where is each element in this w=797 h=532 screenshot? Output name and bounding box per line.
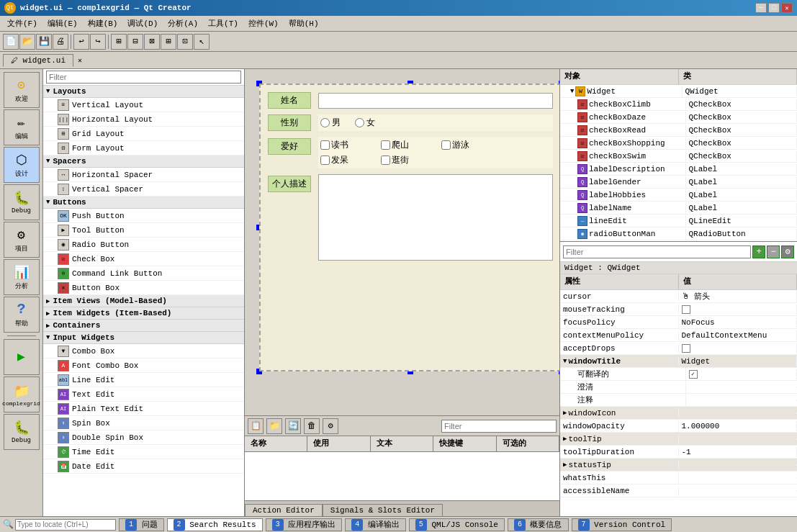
status-tab-issues[interactable]: 1 问题 xyxy=(119,518,164,531)
toolbar-align-right[interactable]: ⊠ xyxy=(144,34,160,50)
tooltip-expander[interactable]: ▶ xyxy=(563,435,567,443)
widget-horizontal-spacer[interactable]: ↔ Horizontal Spacer xyxy=(43,168,244,182)
widget-expander[interactable]: ▼ xyxy=(570,88,574,95)
prop-row-disambiguation[interactable]: 澄清 xyxy=(560,381,797,394)
maximize-button[interactable]: □ xyxy=(768,3,780,13)
prop-row-cursor[interactable]: cursor 🖱 箭头 xyxy=(560,290,797,303)
widget-line-edit[interactable]: abl Line Edit xyxy=(43,373,244,387)
widget-filter-input[interactable] xyxy=(46,71,241,84)
section-spacers[interactable]: ▼ Spacers xyxy=(43,155,244,168)
menu-tools[interactable]: 工具(T) xyxy=(204,17,243,30)
action-copy-btn[interactable]: 🔄 xyxy=(285,418,301,434)
windowtitle-expander[interactable]: ▼ xyxy=(563,358,567,365)
menu-widgets[interactable]: 控件(W) xyxy=(244,17,283,30)
menu-file[interactable]: 文件(F) xyxy=(3,17,42,30)
prop-row-translatable[interactable]: 可翻译的 ✓ xyxy=(560,368,797,381)
item-widgets-toggle[interactable]: ▶ xyxy=(46,310,50,317)
sidebar-run[interactable]: ▶ xyxy=(4,339,40,375)
sidebar-complexgrid[interactable]: 📁 complexgrid xyxy=(4,377,40,412)
obj-row-widget[interactable]: ▼ W Widget QWidget xyxy=(560,85,797,98)
tab-signals-slots[interactable]: Signals & Slots Editor xyxy=(323,504,443,516)
section-item-views[interactable]: ▶ Item Views (Model-Based) xyxy=(43,295,244,307)
acceptdrops-checkbox[interactable] xyxy=(682,344,690,353)
props-settings-btn[interactable]: ⚙ xyxy=(781,245,794,258)
section-buttons[interactable]: ▼ Buttons xyxy=(43,197,244,209)
buttons-toggle[interactable]: ▼ xyxy=(46,199,50,206)
action-edit-btn[interactable]: 📁 xyxy=(266,418,282,434)
radio-female-input[interactable] xyxy=(355,118,364,127)
widget-combo-box[interactable]: ▼ Combo Box xyxy=(43,344,244,359)
sidebar-debug2[interactable]: 🐛 Debug xyxy=(4,414,40,450)
props-minus-btn[interactable]: − xyxy=(767,245,780,258)
tab-widget-ui[interactable]: 🖊 widget.ui xyxy=(3,54,73,67)
menu-build[interactable]: 构建(B) xyxy=(84,17,122,30)
layouts-toggle[interactable]: ▼ xyxy=(46,88,50,95)
check-daze[interactable]: 发呆 xyxy=(320,154,378,166)
prop-row-tooltipduration[interactable]: toolTipDuration -1 xyxy=(560,446,797,459)
radio-female[interactable]: 女 xyxy=(355,117,375,129)
locate-input[interactable] xyxy=(15,519,116,531)
statustip-expander[interactable]: ▶ xyxy=(563,461,567,469)
toolbar-align-center[interactable]: ⊟ xyxy=(127,34,143,50)
sidebar-edit[interactable]: ✏ 编辑 xyxy=(4,109,40,145)
widget-double-spin-box[interactable]: ⬆ Double Spin Box xyxy=(43,430,244,445)
tab-action-editor[interactable]: Action Editor xyxy=(245,504,323,516)
tab-close-button[interactable]: ✕ xyxy=(75,56,85,65)
check-climb-input[interactable] xyxy=(381,140,390,150)
prop-row-mousetracking[interactable]: mouseTracking xyxy=(560,303,797,316)
prop-row-contextmenu[interactable]: contextMenuPolicy DefaultContextMenu xyxy=(560,329,797,342)
obj-row-labelgender[interactable]: Q labelGender QLabel xyxy=(560,176,797,189)
menu-analyze[interactable]: 分析(A) xyxy=(163,17,202,30)
windowicon-expander[interactable]: ▶ xyxy=(563,409,567,417)
widget-check-box[interactable]: ☑ Check Box xyxy=(43,252,244,266)
radio-male[interactable]: 男 xyxy=(320,117,341,129)
obj-row-labelhobbies[interactable]: Q labelHobbies QLabel xyxy=(560,189,797,202)
widget-form-layout[interactable]: ⊟ Form Layout xyxy=(43,141,244,155)
radio-male-input[interactable] xyxy=(320,118,330,127)
toolbar-new[interactable]: 📄 xyxy=(3,34,19,50)
obj-row-labeldescription[interactable]: Q labelDescription QLabel xyxy=(560,163,797,176)
action-delete-btn[interactable]: 🗑 xyxy=(304,418,320,434)
section-containers[interactable]: ▶ Containers xyxy=(43,320,244,332)
menu-help[interactable]: 帮助(H) xyxy=(284,17,323,30)
toolbar-redo[interactable]: ↪ xyxy=(90,34,106,50)
spacers-toggle[interactable]: ▼ xyxy=(46,158,50,165)
toolbar-grid2[interactable]: ⊡ xyxy=(177,34,193,50)
toolbar-align-left[interactable]: ⊞ xyxy=(111,34,127,50)
widget-spin-box[interactable]: ⬆ Spin Box xyxy=(43,416,244,430)
widget-horizontal-layout[interactable]: ||| Horizontal Layout xyxy=(43,112,244,127)
check-shopping[interactable]: 逛街 xyxy=(381,154,438,166)
menu-edit[interactable]: 编辑(E) xyxy=(43,17,82,30)
check-daze-input[interactable] xyxy=(320,155,330,165)
minimize-button[interactable]: — xyxy=(755,3,767,13)
obj-row-checkboxclimb[interactable]: ☑ checkBoxClimb QCheckBox xyxy=(560,98,797,111)
status-tab-summary[interactable]: 6 概要信息 xyxy=(508,518,569,531)
prop-row-tooltip[interactable]: ▶ toolTip xyxy=(560,433,797,446)
check-swim-input[interactable] xyxy=(441,140,451,150)
check-read[interactable]: 读书 xyxy=(320,139,378,151)
status-tab-compileoutput[interactable]: 4 编译输出 xyxy=(345,518,406,531)
prop-row-whatsthis[interactable]: whatsThis xyxy=(560,472,797,484)
check-swim[interactable]: 游泳 xyxy=(441,139,499,151)
section-item-widgets[interactable]: ▶ Item Widgets (Item-Based) xyxy=(43,307,244,320)
prop-row-acceptdrops[interactable]: acceptDrops xyxy=(560,342,797,355)
obj-row-checkboxread[interactable]: ☑ checkBoxRead QCheckBox xyxy=(560,124,797,137)
obj-row-labelname[interactable]: Q labelName QLabel xyxy=(560,202,797,215)
input-name[interactable] xyxy=(318,93,553,109)
status-tab-qmlconsole[interactable]: 5 QML/JS Console xyxy=(409,518,505,531)
toolbar-undo[interactable]: ↩ xyxy=(73,34,89,50)
item-views-toggle[interactable]: ▶ xyxy=(46,297,50,305)
input-widgets-toggle[interactable]: ▼ xyxy=(46,334,50,341)
widget-tool-button[interactable]: ▶ Tool Button xyxy=(43,223,244,238)
obj-row-radiobuttonman[interactable]: ◉ radioButtonMan QRadioButton xyxy=(560,227,797,240)
toolbar-grid[interactable]: ⊞ xyxy=(161,34,176,50)
action-filter-input[interactable] xyxy=(441,420,557,433)
prop-row-statustip[interactable]: ▶ statusTip xyxy=(560,459,797,472)
prop-row-focuspolicy[interactable]: focusPolicy NoFocus xyxy=(560,316,797,329)
section-input-widgets[interactable]: ▼ Input Widgets xyxy=(43,332,244,344)
action-settings-btn[interactable]: ⚙ xyxy=(323,418,338,434)
prop-row-windowicon[interactable]: ▶ windowIcon xyxy=(560,407,797,420)
toolbar-open[interactable]: 📂 xyxy=(19,34,35,50)
obj-row-checkboxdaze[interactable]: ☑ checkBoxDaze QCheckBox xyxy=(560,111,797,124)
widget-command-link-button[interactable]: ⊙ Command Link Button xyxy=(43,266,244,281)
